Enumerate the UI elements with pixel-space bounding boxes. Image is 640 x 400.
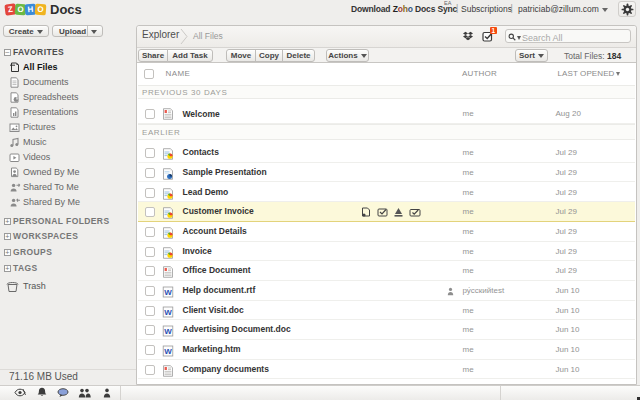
svg-text:W: W <box>164 327 172 336</box>
svg-text:W: W <box>164 288 172 297</box>
svg-text:W: W <box>164 347 172 356</box>
svg-text:W: W <box>164 308 172 317</box>
